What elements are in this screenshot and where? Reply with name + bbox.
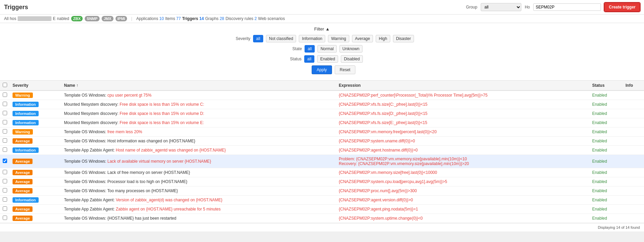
nav-host-bar <box>18 16 51 21</box>
row-checkbox-cell <box>0 146 10 155</box>
row-checkbox-cell <box>0 205 10 214</box>
trigger-name-link[interactable]: Free disk space is less than 15% on volu… <box>120 120 204 125</box>
table-row: Average Template App Zabbix Agent: Zabbi… <box>0 205 644 214</box>
severity-not-classified-btn[interactable]: Not classified <box>266 35 296 42</box>
row-name: Mounted filesystem discovery: Free disk … <box>61 118 336 127</box>
row-info <box>623 205 644 214</box>
row-checkbox[interactable] <box>3 216 7 220</box>
nav-graphs[interactable]: Graphs 28 <box>205 16 224 21</box>
row-name: Mounted filesystem discovery: Free disk … <box>61 109 336 118</box>
state-all-btn[interactable]: all <box>305 45 315 53</box>
trigger-name-link[interactable]: free mem less 20% <box>107 129 142 134</box>
col-severity: Severity <box>10 81 61 90</box>
nav-discovery-rules[interactable]: Discovery rules 2 <box>226 16 257 21</box>
row-name: Template OS Windows: cpu user percent gt… <box>61 90 336 100</box>
row-checkbox[interactable] <box>3 129 7 134</box>
table-row: Information Mounted filesystem discovery… <box>0 118 644 127</box>
status-text: Enabled <box>592 159 607 164</box>
severity-all-btn[interactable]: all <box>253 35 263 42</box>
row-expression: {CNAZSEPM02P:vfs.fs.size[D:_pfree].last(… <box>336 109 589 118</box>
table-row: Average Template OS Windows: Too many pr… <box>0 186 644 196</box>
row-info <box>623 137 644 146</box>
col-name[interactable]: Name ↑ <box>61 81 336 90</box>
filter-header[interactable]: Filter ▲ <box>0 26 644 32</box>
select-all-checkbox[interactable] <box>3 83 7 87</box>
top-bar: Triggers Group all Ho Create trigger <box>0 0 644 15</box>
table-row: Information Mounted filesystem discovery… <box>0 109 644 118</box>
filter-label: Filter <box>314 26 324 32</box>
state-normal-btn[interactable]: Normal <box>317 45 337 53</box>
nav-enabled: E <box>53 16 56 21</box>
table-row: Warning Template OS Windows: cpu user pe… <box>0 90 644 100</box>
row-checkbox[interactable] <box>3 206 7 211</box>
row-checkbox[interactable] <box>3 120 7 124</box>
row-checkbox[interactable] <box>3 138 7 143</box>
nav-triggers[interactable]: Triggers 14 <box>182 16 204 21</box>
state-label: State <box>282 46 302 51</box>
nav-items[interactable]: Items 77 <box>165 16 181 21</box>
row-checkbox[interactable] <box>3 179 7 183</box>
row-severity: Average <box>10 168 61 177</box>
row-expression: Problem: {CNAZSEPM02P:vm.vmemory.size[pa… <box>336 155 589 168</box>
row-checkbox[interactable] <box>3 147 7 152</box>
row-severity: Warning <box>10 127 61 137</box>
table-header-row: Severity Name ↑ Expression Status Info <box>0 81 644 90</box>
row-name: Template App Zabbix Agent: Host name of … <box>61 146 336 155</box>
row-checkbox[interactable] <box>3 102 7 106</box>
row-checkbox[interactable] <box>3 188 7 193</box>
row-checkbox-cell <box>0 118 10 127</box>
row-checkbox-cell <box>0 214 10 223</box>
severity-average-btn[interactable]: Average <box>352 35 373 42</box>
host-input[interactable] <box>533 3 601 11</box>
row-checkbox[interactable] <box>3 197 7 202</box>
table-row: Average Template OS Windows: Processor l… <box>0 177 644 186</box>
group-select[interactable]: all <box>481 3 521 11</box>
row-checkbox[interactable] <box>3 93 7 97</box>
triggers-table: Severity Name ↑ Expression Status Info W… <box>0 81 644 223</box>
trigger-name-link[interactable]: Version of zabbix_agent(d) was changed o… <box>116 198 223 202</box>
row-name: Template OS Windows: Too many processes … <box>61 186 336 196</box>
row-checkbox-cell <box>0 127 10 137</box>
severity-warning-btn[interactable]: Warning <box>328 35 349 42</box>
trigger-name-link[interactable]: cpu user percent gt 75% <box>107 93 151 98</box>
row-status: Enabled <box>589 90 623 100</box>
trigger-name-link[interactable]: Lack of available virtual memory on serv… <box>107 159 211 164</box>
nav-applications[interactable]: Applications 10 <box>136 16 164 21</box>
row-checkbox[interactable] <box>3 111 7 115</box>
all-hosts-link[interactable]: All hos <box>4 16 16 21</box>
status-enabled-btn[interactable]: Enabled <box>317 55 338 63</box>
trigger-name-link[interactable]: Zabbix agent on {HOST.NAME} unreachable … <box>116 207 221 211</box>
row-expression: {CNAZSEPM02P:agent.ping.nodata(5m)}=1 <box>336 205 589 214</box>
col-status: Status <box>589 81 623 90</box>
create-trigger-button[interactable]: Create trigger <box>604 3 640 12</box>
state-unknown-btn[interactable]: Unknown <box>339 45 362 53</box>
nav-tag-ipmi: IPMI <box>116 16 127 21</box>
row-checkbox[interactable] <box>3 159 7 163</box>
severity-high-btn[interactable]: High <box>376 35 390 42</box>
row-severity: Information <box>10 109 61 118</box>
status-all-btn[interactable]: all <box>304 55 314 63</box>
row-status: Enabled <box>589 146 623 155</box>
status-text: Enabled <box>592 207 607 211</box>
row-expression: {CNAZSEPM02P:agent.version.diff(0)}>0 <box>336 196 589 205</box>
reset-button[interactable]: Reset <box>335 65 355 74</box>
row-checkbox[interactable] <box>3 170 7 174</box>
status-disabled-btn[interactable]: Disabled <box>341 55 363 63</box>
severity-badge: Average <box>13 179 33 184</box>
severity-disaster-btn[interactable]: Disaster <box>393 35 414 42</box>
severity-badge: Information <box>13 111 39 116</box>
trigger-name-link[interactable]: Host name of zabbix_agentd was changed o… <box>116 148 226 153</box>
severity-information-btn[interactable]: Information <box>299 35 325 42</box>
row-status: Enabled <box>589 118 623 127</box>
status-text: Enabled <box>592 216 607 221</box>
trigger-name-link[interactable]: Free disk space is less than 15% on volu… <box>120 111 204 116</box>
apply-button[interactable]: Apply <box>312 65 332 74</box>
row-severity: Information <box>10 118 61 127</box>
nav-web-scenarios[interactable]: Web scenarios <box>258 16 285 21</box>
row-checkbox-cell <box>0 109 10 118</box>
nav-bar: All hos Enabled ZBX SNMP JMX IPMI | Appl… <box>0 15 644 23</box>
severity-badge: Average <box>13 216 33 221</box>
row-severity: Average <box>10 177 61 186</box>
trigger-name-link[interactable]: Free disk space is less than 15% on volu… <box>120 102 204 107</box>
row-status: Enabled <box>589 100 623 109</box>
